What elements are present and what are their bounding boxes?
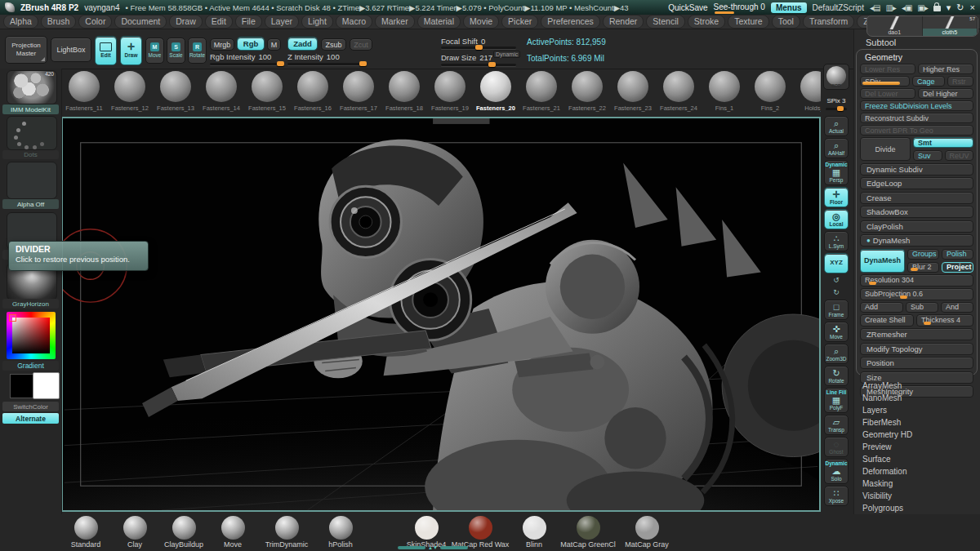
menu-item[interactable]: Tool (772, 15, 800, 29)
primary-color-swatch[interactable] (33, 372, 60, 399)
gradient-label[interactable]: Gradient (2, 361, 59, 371)
tray-brush[interactable]: TrimDynamic (257, 515, 316, 549)
menus-button[interactable]: Menus (771, 2, 807, 13)
right-shelf-button[interactable]: ∷ Xpose (824, 486, 849, 506)
tray-brush[interactable]: hPolish (316, 515, 365, 549)
right-shelf-button[interactable]: Dynamic ☁ Solo (824, 459, 849, 484)
color-picker-cursor[interactable] (9, 314, 16, 322)
m-button[interactable]: M (267, 38, 281, 51)
menu-item[interactable]: Render (603, 15, 644, 29)
tool-section-header[interactable]: Polygroups (862, 504, 973, 514)
brush-thumbnail[interactable]: Holds_1 (793, 69, 821, 117)
draw-mode-button[interactable]: ✛ Draw (120, 36, 142, 65)
del-lower-button[interactable]: Del Lower (860, 88, 915, 99)
higher-res-button[interactable]: Higher Res (918, 64, 973, 74)
tray-material[interactable]: Blinn (510, 515, 559, 549)
right-tray-toggle-icon[interactable]: ▥▸ (885, 3, 895, 12)
freeze-subdivision-button[interactable]: Freeze SubDivision Levels (860, 100, 973, 111)
brush-thumbnail[interactable]: Fasteners_14 (198, 69, 244, 117)
brush-thumbnail[interactable]: Fasteners_20 (473, 69, 519, 117)
alternate-button[interactable]: Alternate (2, 413, 59, 424)
rgb-intensity-slider[interactable] (210, 63, 283, 65)
brush-thumbnail[interactable]: Fasteners_13 (153, 69, 198, 117)
subtool-thumbnail[interactable]: dao1 (867, 16, 923, 36)
tray-material[interactable]: MatCap Red Wax (451, 515, 510, 549)
lower-res-button[interactable]: Lower Res (860, 64, 915, 74)
reconstruct-subdiv-button[interactable]: Reconstruct Subdiv (860, 113, 973, 123)
tool-section-header[interactable]: NanoMesh (862, 393, 973, 404)
draw-size-slider[interactable] (441, 64, 516, 66)
menu-item[interactable]: Movie (463, 15, 499, 29)
tray-scroll-right-bar[interactable] (440, 546, 468, 549)
close-button[interactable]: × (970, 3, 975, 12)
projection-master-button[interactable]: Projection Master (5, 36, 47, 64)
right-shelf-button[interactable]: ◎ Local (824, 209, 849, 229)
right-shelf-button[interactable]: ↻ (828, 287, 844, 298)
right-shelf-button[interactable]: ↻ Rotate (824, 366, 849, 386)
see-through-handle[interactable] (715, 11, 734, 14)
panel-section-header[interactable]: Modify Topology (860, 343, 973, 355)
create-shell-button[interactable]: Create Shell (860, 314, 914, 327)
color-picker-sv-square[interactable] (12, 318, 50, 353)
restore-button[interactable]: ↻ (956, 3, 964, 12)
menu-item[interactable]: Edit (205, 15, 233, 29)
tool-section-header[interactable]: Surface (862, 455, 973, 465)
dynamic-mode-tag[interactable]: Dynamic (493, 51, 520, 58)
project-toggle[interactable]: Project (942, 262, 973, 273)
lightbox-button[interactable]: LightBox (51, 38, 91, 62)
rotate-mode-button[interactable]: R Rotate (188, 38, 207, 64)
quicksave-button[interactable]: QuickSave (668, 3, 707, 12)
add-toggle[interactable]: Add (860, 302, 903, 313)
copy-config-icon[interactable]: ◂▣ (902, 3, 911, 12)
alpha-picker[interactable] (7, 162, 57, 199)
right-shelf-button[interactable]: ✛ Floor (824, 187, 849, 207)
minimize-button[interactable]: ▾ (947, 3, 951, 12)
edit-mode-button[interactable]: Edit (95, 36, 117, 65)
menu-item[interactable]: Document (114, 15, 167, 29)
right-shelf-button[interactable]: ∴ L.Sym (824, 231, 849, 251)
brush-thumbnail[interactable]: Fasteners_21 (519, 69, 564, 117)
tool-section-header[interactable]: Preview (862, 442, 973, 453)
brush-thumbnail[interactable]: Fasteners_23 (610, 69, 656, 117)
menu-item[interactable]: File (235, 15, 262, 29)
geometry-section-header[interactable]: Geometry (865, 52, 976, 62)
tool-section-header[interactable]: Visibility (862, 491, 973, 502)
z-intensity-slider[interactable] (287, 63, 366, 65)
zadd-button[interactable]: Zadd (287, 37, 318, 51)
brush-thumbnail[interactable]: Fins_1 (702, 69, 747, 117)
menu-item[interactable]: Alpha (3, 15, 38, 29)
lock-icon[interactable] (933, 6, 941, 11)
cage-button[interactable]: Cage (912, 76, 945, 87)
reuv-button[interactable]: ReUV (945, 150, 974, 161)
brush-thumbnail[interactable]: Fasteners_16 (290, 69, 336, 117)
brush-thumbnail[interactable]: Fins_2 (747, 69, 793, 117)
thickness-slider[interactable]: Thickness 4 (916, 314, 973, 327)
current-brush-label[interactable]: IMM ModelKit (2, 104, 59, 114)
rstr-button[interactable]: Rstr (947, 76, 973, 87)
right-shelf-button[interactable]: ◌ Ghost (824, 437, 849, 457)
mrgb-button[interactable]: Mrgb (210, 38, 234, 51)
tool-section-header[interactable]: Layers (862, 406, 973, 416)
tray-brush[interactable]: ClayBuildup (159, 515, 208, 549)
tray-material[interactable]: MatCap Gray (617, 515, 676, 549)
brush-thumbnail[interactable]: Fasteners_19 (427, 69, 473, 117)
menu-item[interactable]: Stroke (688, 15, 725, 29)
blur-slider[interactable]: Blur 2 (907, 262, 939, 273)
brush-thumbnail[interactable]: Fasteners_22 (564, 69, 610, 117)
subtool-section-header[interactable]: Subtool (866, 38, 896, 47)
dynamesh-section-header[interactable]: ●DynaMesh (860, 234, 973, 247)
menu-item[interactable]: Layer (265, 15, 299, 29)
subtool-thumbnail[interactable]: 57 cloth5 (923, 16, 978, 36)
menu-item[interactable]: Transform (803, 15, 854, 29)
right-shelf-button[interactable]: ⌕ Zoom3D (824, 344, 849, 364)
menu-item[interactable]: Draw (169, 15, 203, 29)
right-shelf-button[interactable]: ▱ Transp (824, 415, 849, 435)
suv-toggle[interactable]: Suv (913, 150, 942, 161)
and-toggle[interactable]: And (941, 302, 973, 313)
sub-toggle[interactable]: Sub (906, 302, 938, 313)
divide-button[interactable]: Divide (860, 137, 911, 161)
brush-thumbnail[interactable]: Fasteners_12 (107, 69, 153, 117)
panel-section-header[interactable]: ShadowBox (860, 206, 973, 218)
store-config-icon[interactable]: ▣▸ (917, 3, 927, 12)
tray-brush[interactable]: Standard (61, 515, 110, 549)
